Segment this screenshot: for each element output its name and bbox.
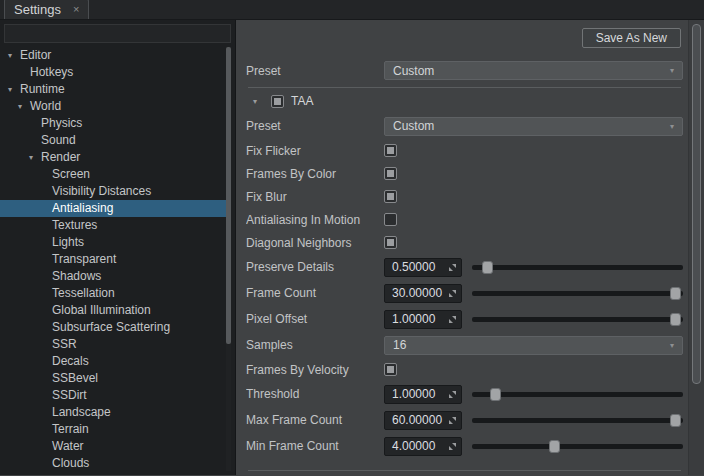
- tree-item-lights[interactable]: Lights: [0, 234, 227, 251]
- tree-item-label: Visibility Distances: [52, 184, 151, 198]
- spin-drag-icon[interactable]: [448, 442, 457, 451]
- slider-track[interactable]: [472, 444, 683, 449]
- fix-blur-checkbox[interactable]: [384, 190, 397, 203]
- tree-item-global-illumination[interactable]: Global Illumination: [0, 302, 227, 319]
- pixel-offset-slider[interactable]: [472, 313, 683, 326]
- tree-item-ssdirt[interactable]: SSDirt: [0, 387, 227, 404]
- min-frame-count-row: Min Frame Count4.00000: [246, 433, 683, 459]
- search-input[interactable]: [4, 24, 231, 43]
- min-frame-count-spinbox[interactable]: 4.00000: [384, 437, 462, 456]
- tab-settings[interactable]: Settings ×: [4, 0, 89, 19]
- tree-item-ssbevel[interactable]: SSBevel: [0, 370, 227, 387]
- fix-flicker-label: Fix Flicker: [246, 144, 384, 158]
- tree-scrollbar[interactable]: [226, 47, 231, 471]
- max-frame-count-slider-handle[interactable]: [670, 414, 681, 427]
- slider-track[interactable]: [472, 317, 683, 322]
- threshold-slider-handle[interactable]: [490, 388, 501, 401]
- frames-by-velocity-checkbox[interactable]: [384, 363, 397, 376]
- tree-item-transparent[interactable]: Transparent: [0, 251, 227, 268]
- frame-count-value: 30.00000: [385, 286, 447, 300]
- spin-drag-icon[interactable]: [448, 416, 457, 425]
- frame-count-slider-handle[interactable]: [670, 287, 681, 300]
- spin-drag-icon[interactable]: [448, 315, 457, 324]
- preserve-details-value: 0.50000: [385, 260, 447, 274]
- min-frame-count-label: Min Frame Count: [246, 439, 384, 453]
- diagonal-neighbors-checkbox[interactable]: [384, 236, 397, 249]
- tree-item-ssr[interactable]: SSR: [0, 336, 227, 353]
- preset-label: Preset: [246, 64, 384, 78]
- collapse-arrow-icon[interactable]: ▾: [253, 97, 264, 106]
- tree-item-label: Transparent: [52, 252, 116, 266]
- tree-item-antialiasing[interactable]: Antialiasing: [0, 200, 227, 217]
- tree-item-label: SSDirt: [52, 388, 87, 402]
- pixel-offset-spinbox[interactable]: 1.00000: [384, 310, 462, 329]
- tree-item-label: Water: [52, 439, 84, 453]
- tree-item-editor[interactable]: ▾Editor: [0, 47, 227, 64]
- frames-by-color-label: Frames By Color: [246, 167, 384, 181]
- tree-item-landscape[interactable]: Landscape: [0, 404, 227, 421]
- frame-count-slider[interactable]: [472, 287, 683, 300]
- pixel-offset-row: Pixel Offset1.00000: [246, 306, 683, 332]
- spin-drag-icon[interactable]: [448, 263, 457, 272]
- taa-enabled-checkbox[interactable]: [271, 95, 284, 108]
- panel-scrollbar-thumb[interactable]: [692, 24, 701, 384]
- close-icon[interactable]: ×: [73, 4, 79, 15]
- preset-dropdown[interactable]: Custom ▾: [384, 61, 683, 80]
- frames-by-color-checkbox[interactable]: [384, 167, 397, 180]
- tree-item-label: Sound: [41, 133, 76, 147]
- tree-scrollbar-thumb[interactable]: [226, 47, 231, 344]
- expand-arrow-icon[interactable]: ▾: [29, 149, 41, 166]
- tree-item-screen[interactable]: Screen: [0, 166, 227, 183]
- max-frame-count-spinbox[interactable]: 60.00000: [384, 411, 462, 430]
- slider-track[interactable]: [472, 291, 683, 296]
- tree-item-clouds[interactable]: Clouds: [0, 455, 227, 472]
- tree-item-runtime[interactable]: ▾Runtime: [0, 81, 227, 98]
- min-frame-count-slider-handle[interactable]: [549, 440, 560, 453]
- preserve-details-slider-handle[interactable]: [482, 261, 493, 274]
- preset-dropdown[interactable]: Custom▾: [384, 117, 683, 136]
- expand-arrow-icon[interactable]: ▾: [8, 81, 20, 98]
- fix-flicker-checkbox[interactable]: [384, 144, 397, 157]
- pixel-offset-slider-handle[interactable]: [670, 313, 681, 326]
- expand-arrow-icon[interactable]: ▾: [8, 47, 20, 64]
- min-frame-count-slider[interactable]: [472, 440, 683, 453]
- tree-item-tessellation[interactable]: Tessellation: [0, 285, 227, 302]
- samples-label: Samples: [246, 338, 384, 352]
- samples-dropdown[interactable]: 16▾: [384, 336, 683, 355]
- tree-item-textures[interactable]: Textures: [0, 217, 227, 234]
- frame-count-spinbox[interactable]: 30.00000: [384, 284, 462, 303]
- slider-track[interactable]: [472, 418, 683, 423]
- tree-item-physics[interactable]: Physics: [0, 115, 227, 132]
- slider-track[interactable]: [472, 265, 683, 270]
- fix-flicker-row: Fix Flicker: [246, 139, 683, 162]
- tree-item-shadows[interactable]: Shadows: [0, 268, 227, 285]
- preserve-details-slider[interactable]: [472, 261, 683, 274]
- tree-item-subsurface-scattering[interactable]: Subsurface Scattering: [0, 319, 227, 336]
- tree-item-sound[interactable]: Sound: [0, 132, 227, 149]
- antialiasing-in-motion-checkbox[interactable]: [384, 213, 397, 226]
- pixel-offset-value: 1.00000: [385, 312, 447, 326]
- spin-drag-icon[interactable]: [448, 390, 457, 399]
- tree-item-label: Antialiasing: [52, 201, 113, 215]
- preserve-details-row: Preserve Details0.50000: [246, 254, 683, 280]
- save-as-new-button[interactable]: Save As New: [582, 28, 681, 48]
- preserve-details-spinbox[interactable]: 0.50000: [384, 258, 462, 277]
- threshold-spinbox[interactable]: 1.00000: [384, 385, 462, 404]
- chevron-down-icon: ▾: [670, 66, 674, 75]
- tree-item-visibility-distances[interactable]: Visibility Distances: [0, 183, 227, 200]
- threshold-slider[interactable]: [472, 388, 683, 401]
- taa-section-header[interactable]: ▾ TAA: [246, 89, 683, 113]
- tree-item-decals[interactable]: Decals: [0, 353, 227, 370]
- tree-item-render[interactable]: ▾Render: [0, 149, 227, 166]
- expand-arrow-icon[interactable]: ▾: [18, 98, 30, 115]
- tree-item-hotkeys[interactable]: Hotkeys: [0, 64, 227, 81]
- spin-drag-icon[interactable]: [448, 289, 457, 298]
- tree-item-water[interactable]: Water: [0, 438, 227, 455]
- tree-item-terrain[interactable]: Terrain: [0, 421, 227, 438]
- panel-scrollbar[interactable]: [688, 20, 704, 475]
- max-frame-count-slider[interactable]: [472, 414, 683, 427]
- slider-track[interactable]: [472, 392, 683, 397]
- threshold-label: Threshold: [246, 387, 384, 401]
- frame-count-row: Frame Count30.00000: [246, 280, 683, 306]
- tree-item-world[interactable]: ▾World: [0, 98, 227, 115]
